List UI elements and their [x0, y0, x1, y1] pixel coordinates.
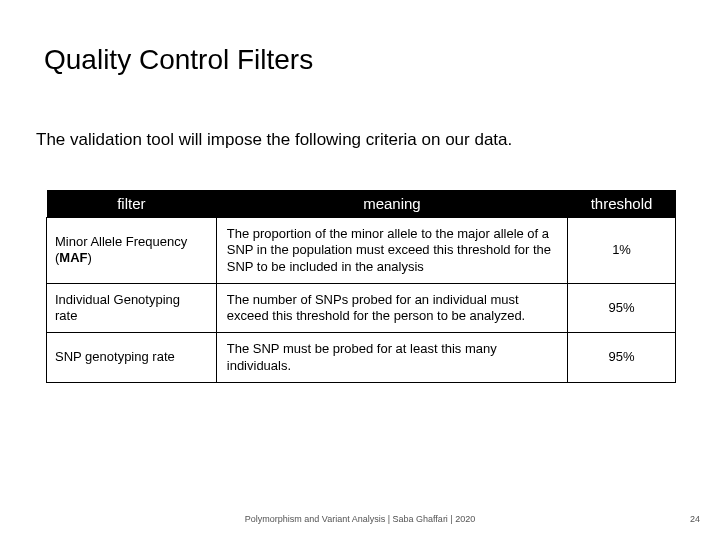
- table-row: Minor Allele Frequency (MAF) The proport…: [47, 218, 676, 284]
- cell-threshold: 95%: [568, 333, 676, 383]
- page-subtitle: The validation tool will impose the foll…: [36, 130, 512, 150]
- cell-filter: Individual Genotyping rate: [47, 283, 217, 333]
- page-title: Quality Control Filters: [44, 44, 313, 76]
- cell-threshold: 95%: [568, 283, 676, 333]
- table-row: SNP genotyping rate The SNP must be prob…: [47, 333, 676, 383]
- cell-filter: SNP genotyping rate: [47, 333, 217, 383]
- cell-meaning: The SNP must be probed for at least this…: [216, 333, 567, 383]
- cell-meaning: The number of SNPs probed for an individ…: [216, 283, 567, 333]
- col-header-meaning: meaning: [216, 190, 567, 218]
- col-header-threshold: threshold: [568, 190, 676, 218]
- cell-threshold: 1%: [568, 218, 676, 284]
- table-row: Individual Genotyping rate The number of…: [47, 283, 676, 333]
- table-header-row: filter meaning threshold: [47, 190, 676, 218]
- cell-meaning: The proportion of the minor allele to th…: [216, 218, 567, 284]
- filters-table: filter meaning threshold Minor Allele Fr…: [46, 190, 676, 383]
- page-number: 24: [690, 514, 700, 524]
- cell-filter: Minor Allele Frequency (MAF): [47, 218, 217, 284]
- footer-text: Polymorphism and Variant Analysis | Saba…: [0, 514, 720, 524]
- col-header-filter: filter: [47, 190, 217, 218]
